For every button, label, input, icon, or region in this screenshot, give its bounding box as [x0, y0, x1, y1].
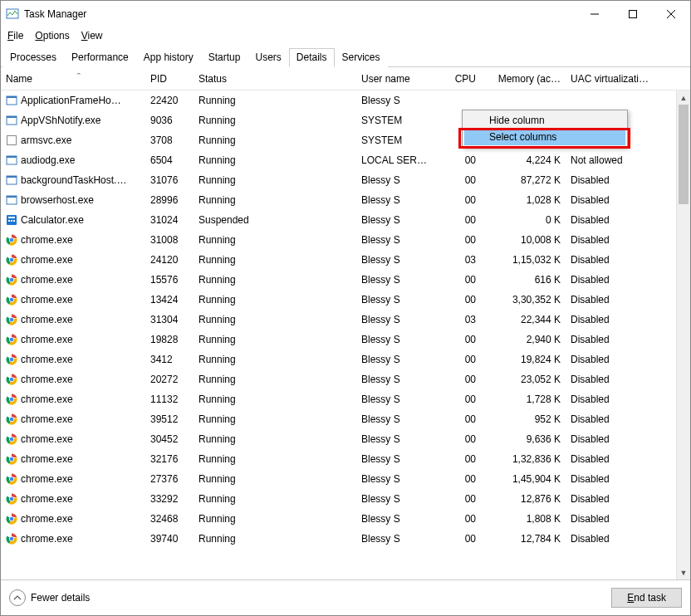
tab-performance[interactable]: Performance	[64, 48, 136, 67]
process-pid: 13424	[145, 294, 194, 306]
table-row[interactable]: chrome.exe20272RunningBlessy S0023,052 K…	[1, 369, 690, 389]
col-user[interactable]: User name	[356, 73, 449, 85]
process-uac: Disabled	[566, 274, 664, 286]
col-name[interactable]: Name⌃	[1, 73, 145, 85]
vertical-scrollbar[interactable]: ▲ ▼	[676, 90, 690, 579]
process-pid: 3412	[145, 354, 194, 365]
tab-startup[interactable]: Startup	[201, 48, 248, 67]
process-cpu: 03	[449, 314, 481, 325]
col-cpu[interactable]: CPU	[449, 73, 481, 85]
svg-point-53	[10, 438, 14, 442]
process-memory: 19,824 K	[481, 354, 566, 365]
process-icon	[6, 354, 17, 365]
fewer-details-toggle[interactable]: Fewer details	[9, 589, 90, 606]
tab-processes[interactable]: Processes	[2, 48, 64, 67]
process-uac: Not allowed	[566, 154, 664, 166]
process-user: Blessy S	[356, 274, 449, 286]
process-uac: Disabled	[566, 334, 664, 345]
svg-rect-11	[7, 156, 17, 158]
table-row[interactable]: chrome.exe15576RunningBlessy S00616 KDis…	[1, 270, 690, 290]
process-user: Blessy S	[356, 334, 449, 345]
table-row[interactable]: chrome.exe11132RunningBlessy S001,728 KD…	[1, 389, 690, 409]
menu-select-columns[interactable]: Select columns	[464, 129, 625, 145]
process-cpu: 00	[449, 493, 481, 505]
svg-point-35	[10, 318, 14, 322]
table-row[interactable]: chrome.exe3412RunningBlessy S0019,824 KD…	[1, 350, 690, 369]
table-row[interactable]: chrome.exe31008RunningBlessy S0010,008 K…	[1, 230, 690, 250]
minimize-button[interactable]	[576, 1, 614, 27]
tab-app-history[interactable]: App history	[136, 48, 201, 67]
table-row[interactable]: chrome.exe13424RunningBlessy S003,30,352…	[1, 290, 690, 310]
table-row[interactable]: backgroundTaskHost.…31076RunningBlessy S…	[1, 170, 690, 190]
svg-rect-15	[7, 196, 17, 198]
tab-services[interactable]: Services	[335, 48, 388, 67]
end-task-button[interactable]: End task	[611, 588, 682, 608]
process-memory: 1,32,836 K	[481, 453, 566, 465]
table-row[interactable]: chrome.exe33292RunningBlessy S0012,876 K…	[1, 489, 690, 509]
table-row[interactable]: chrome.exe24120RunningBlessy S031,15,032…	[1, 250, 690, 270]
process-icon	[6, 453, 17, 465]
table-row[interactable]: chrome.exe27376RunningBlessy S001,45,904…	[1, 469, 690, 489]
process-status: Running	[194, 354, 356, 365]
process-status: Running	[194, 174, 356, 186]
process-user: SYSTEM	[356, 134, 449, 146]
menu-options[interactable]: Options	[35, 30, 69, 42]
table-row[interactable]: chrome.exe32176RunningBlessy S001,32,836…	[1, 449, 690, 469]
process-user: Blessy S	[356, 354, 449, 365]
process-pid: 15576	[145, 274, 194, 286]
col-uac[interactable]: UAC virtualizati…	[566, 73, 664, 85]
scroll-down-icon[interactable]: ▼	[677, 565, 690, 579]
process-icon	[6, 214, 17, 226]
process-status: Running	[194, 473, 356, 485]
menu-view[interactable]: View	[81, 30, 103, 42]
process-name: chrome.exe	[21, 334, 73, 345]
table-row[interactable]: chrome.exe19828RunningBlessy S002,940 KD…	[1, 330, 690, 350]
tab-users[interactable]: Users	[247, 48, 288, 67]
svg-rect-19	[11, 220, 12, 222]
process-cpu: 00	[449, 154, 481, 166]
col-pid[interactable]: PID	[145, 73, 194, 85]
col-status[interactable]: Status	[194, 73, 356, 85]
process-cpu: 00	[449, 194, 481, 206]
process-name: chrome.exe	[21, 513, 73, 525]
process-pid: 32176	[145, 453, 194, 465]
process-cpu: 00	[449, 374, 481, 385]
table-row[interactable]: chrome.exe32468RunningBlessy S001,808 KD…	[1, 509, 690, 529]
table-row[interactable]: ApplicationFrameHo…22420RunningBlessy S	[1, 90, 690, 110]
tab-details[interactable]: Details	[289, 48, 335, 67]
table-row[interactable]: chrome.exe39512RunningBlessy S00952 KDis…	[1, 409, 690, 429]
maximize-button[interactable]	[614, 1, 652, 27]
scroll-thumb[interactable]	[679, 105, 689, 204]
menu-hide-column[interactable]: Hide column	[464, 112, 625, 129]
table-row[interactable]: chrome.exe39740RunningBlessy S0012,784 K…	[1, 529, 690, 549]
process-name: AppVShNotify.exe	[21, 115, 101, 126]
svg-point-23	[10, 238, 14, 242]
process-memory: 87,272 K	[481, 174, 566, 186]
table-row[interactable]: browserhost.exe28996RunningBlessy S001,0…	[1, 190, 690, 210]
table-row[interactable]: chrome.exe30452RunningBlessy S009,636 KD…	[1, 429, 690, 449]
process-status: Suspended	[194, 214, 356, 226]
process-cpu: 00	[449, 274, 481, 286]
close-button[interactable]	[652, 1, 690, 27]
process-user: Blessy S	[356, 234, 449, 246]
col-memory[interactable]: Memory (ac…	[481, 73, 566, 85]
process-pid: 31304	[145, 314, 194, 325]
process-pid: 32468	[145, 513, 194, 525]
scroll-up-icon[interactable]: ▲	[677, 90, 690, 105]
process-status: Running	[194, 314, 356, 325]
table-row[interactable]: audiodg.exe6504RunningLOCAL SER…004,224 …	[1, 150, 690, 170]
process-memory: 22,344 K	[481, 314, 566, 325]
table-row[interactable]: Calculator.exe31024SuspendedBlessy S000 …	[1, 210, 690, 230]
process-name: chrome.exe	[21, 493, 73, 505]
process-cpu: 03	[449, 254, 481, 266]
fewer-details-label: Fewer details	[31, 592, 90, 604]
process-pid: 11132	[145, 394, 194, 405]
titlebar[interactable]: Task Manager	[1, 1, 690, 27]
svg-point-59	[10, 477, 14, 482]
table-row[interactable]: chrome.exe31304RunningBlessy S0322,344 K…	[1, 310, 690, 330]
process-cpu: 00	[449, 234, 481, 246]
process-icon	[6, 513, 17, 525]
process-cpu: 00	[449, 533, 481, 545]
menu-file[interactable]: File	[7, 30, 23, 42]
process-uac: Disabled	[566, 473, 664, 485]
